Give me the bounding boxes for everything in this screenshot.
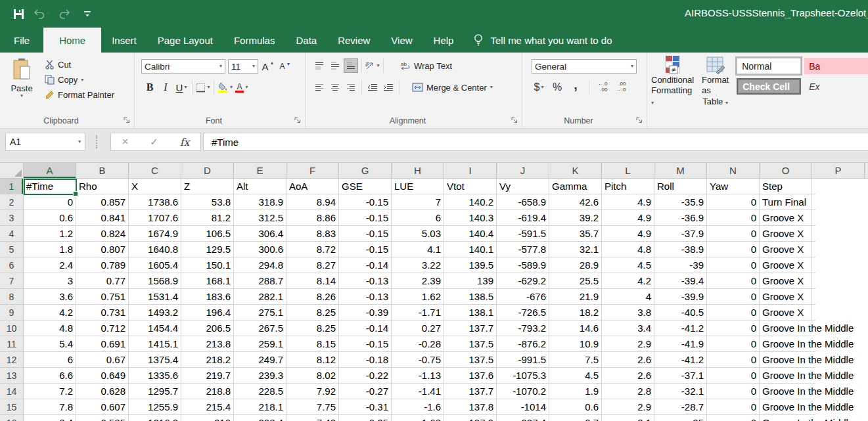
cell-F11[interactable]: 8.15 [286, 336, 339, 352]
cell-O2[interactable]: Turn Final [760, 194, 812, 210]
cell-O15[interactable]: Groove In the Middle [760, 399, 812, 415]
cell-H11[interactable]: -0.28 [392, 336, 444, 352]
cell-J2[interactable]: -658.9 [497, 194, 549, 210]
cell-B12[interactable]: 0.67 [76, 352, 129, 368]
cell-I6[interactable]: 139.5 [444, 257, 497, 273]
cell-M4[interactable]: -37.9 [654, 226, 707, 242]
cell-C13[interactable]: 1335.6 [129, 368, 181, 384]
cell-O5[interactable]: Groove X [760, 242, 812, 257]
cell-A4[interactable]: 1.2 [24, 226, 76, 242]
row-header-16[interactable]: 16 [0, 415, 24, 421]
cell-I16[interactable]: 137.9 [444, 415, 497, 421]
cell-style-check-cell[interactable]: Check Cell [737, 78, 801, 95]
comma-style-button[interactable]: , [568, 80, 583, 95]
cell-A12[interactable]: 6 [24, 352, 76, 368]
insert-function-icon[interactable]: fx [180, 136, 190, 148]
cell-C9[interactable]: 1493.2 [129, 305, 181, 321]
cell-M8[interactable]: -39.9 [654, 289, 707, 305]
cell-K3[interactable]: 39.2 [549, 210, 602, 226]
row-header-9[interactable]: 9 [0, 305, 24, 321]
tab-home[interactable]: Home [43, 28, 101, 53]
tab-formulas[interactable]: Formulas [223, 28, 286, 53]
font-color-button[interactable]: A ▾ [234, 80, 248, 95]
cell-C12[interactable]: 1375.4 [129, 352, 181, 368]
tab-help[interactable]: Help [423, 28, 465, 53]
format-as-table-button[interactable]: Format as Table ▾ [698, 53, 733, 107]
cell-G10[interactable]: -0.14 [339, 321, 392, 336]
cell-N10[interactable]: 0 [707, 321, 760, 336]
cell-N7[interactable]: 0 [707, 273, 760, 289]
cell-B5[interactable]: 0.807 [76, 242, 129, 257]
cell-C8[interactable]: 1531.4 [129, 289, 181, 305]
cell-K10[interactable]: 14.6 [549, 321, 602, 336]
cell-D5[interactable]: 129.5 [181, 242, 234, 257]
cell-H15[interactable]: -1.6 [392, 399, 444, 415]
bottom-align-button[interactable] [344, 58, 358, 73]
column-header-K[interactable]: K [549, 163, 602, 179]
cell-H8[interactable]: 1.62 [392, 289, 444, 305]
cell-L9[interactable]: 3.8 [602, 305, 654, 321]
cell-A8[interactable]: 3.6 [24, 289, 76, 305]
cell-O7[interactable]: Groove X [760, 273, 812, 289]
cell-J10[interactable]: -793.2 [497, 321, 549, 336]
cell-E7[interactable]: 288.7 [234, 273, 286, 289]
tab-file[interactable]: File [0, 28, 43, 53]
cell-I9[interactable]: 138.1 [444, 305, 497, 321]
cell-F13[interactable]: 8.02 [286, 368, 339, 384]
cell-O16[interactable]: Groove In the Middle [760, 415, 812, 421]
column-header-M[interactable]: M [654, 163, 707, 179]
save-button[interactable] [13, 9, 24, 20]
cell-G4[interactable]: -0.15 [339, 226, 392, 242]
cell-I10[interactable]: 137.7 [444, 321, 497, 336]
column-header-O[interactable]: O [760, 163, 812, 179]
cell-G8[interactable]: -0.13 [339, 289, 392, 305]
cell-K4[interactable]: 35.7 [549, 226, 602, 242]
cell-D6[interactable]: 150.1 [181, 257, 234, 273]
cell-J16[interactable]: -937.4 [497, 415, 549, 421]
cell-I13[interactable]: 137.6 [444, 368, 497, 384]
top-align-button[interactable] [312, 58, 327, 73]
cell-M12[interactable]: -41.2 [654, 352, 707, 368]
cell-A10[interactable]: 4.8 [24, 321, 76, 336]
cell-E15[interactable]: 218.1 [234, 399, 286, 415]
cell-O6[interactable]: Groove X [760, 257, 812, 273]
alignment-dialog-launcher[interactable] [511, 116, 519, 125]
cell-M14[interactable]: -32.1 [654, 384, 707, 399]
cell-I3[interactable]: 140.3 [444, 210, 497, 226]
cut-button[interactable]: Cut [42, 58, 117, 71]
cell-A3[interactable]: 0.6 [24, 210, 76, 226]
cell-O10[interactable]: Groove In the Middle [760, 321, 812, 336]
cell-A5[interactable]: 1.8 [24, 242, 76, 257]
cell-I7[interactable]: 139 [444, 273, 497, 289]
column-header-H[interactable]: H [392, 163, 444, 179]
row-header-12[interactable]: 12 [0, 352, 24, 368]
cell-K6[interactable]: 28.9 [549, 257, 602, 273]
cell-G11[interactable]: -0.15 [339, 336, 392, 352]
cell-M10[interactable]: -41.2 [654, 321, 707, 336]
cell-C10[interactable]: 1454.4 [129, 321, 181, 336]
cell-O9[interactable]: Groove X [760, 305, 812, 321]
tab-view[interactable]: View [380, 28, 423, 53]
cell-D8[interactable]: 183.6 [181, 289, 234, 305]
cell-C14[interactable]: 1295.7 [129, 384, 181, 399]
cell-I15[interactable]: 137.8 [444, 399, 497, 415]
cell-D16[interactable]: 210 [181, 415, 234, 421]
cell-A13[interactable]: 6.6 [24, 368, 76, 384]
formula-input[interactable]: #Time [203, 133, 868, 151]
cell-D13[interactable]: 219.7 [181, 368, 234, 384]
row-header-10[interactable]: 10 [0, 321, 24, 336]
cell-F6[interactable]: 8.27 [286, 257, 339, 273]
cell-L10[interactable]: 3.4 [602, 321, 654, 336]
decrease-decimal-button[interactable]: .00→.0 [614, 80, 628, 95]
cell-E9[interactable]: 275.1 [234, 305, 286, 321]
cell-I8[interactable]: 138.5 [444, 289, 497, 305]
cell-F16[interactable]: 7.43 [286, 415, 339, 421]
borders-button[interactable]: ▾ [196, 80, 210, 95]
cell-M3[interactable]: -36.9 [654, 210, 707, 226]
cell-J7[interactable]: -629.2 [497, 273, 549, 289]
cell-A7[interactable]: 3 [24, 273, 76, 289]
undo-button[interactable]: ▾ [34, 9, 49, 19]
wrap-text-button[interactable]: ab Wrap Text [398, 60, 455, 72]
column-header-J[interactable]: J [497, 163, 549, 179]
cell-B2[interactable]: 0.857 [76, 194, 129, 210]
